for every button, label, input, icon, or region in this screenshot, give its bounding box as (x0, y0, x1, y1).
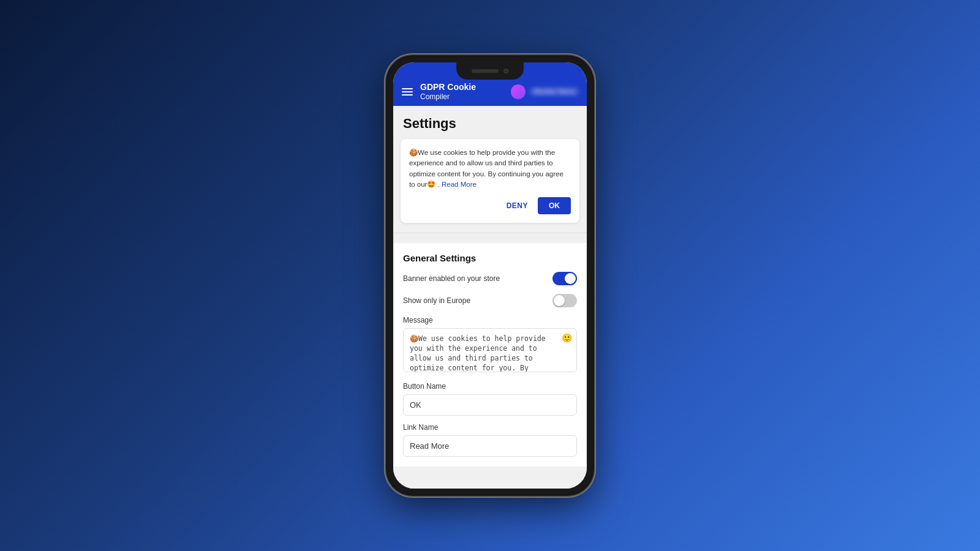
toggle-knob-europe (554, 295, 565, 306)
phone-notch (456, 62, 524, 80)
banner-enabled-row: Banner enabled on your store (403, 272, 577, 285)
cookie-message-text: 🍪We use cookies to help provide you with… (409, 148, 571, 190)
deny-button[interactable]: DENY (502, 198, 533, 214)
section-divider (393, 233, 587, 233)
general-settings-section: General Settings Banner enabled on your … (393, 243, 587, 467)
page-title: Settings (403, 116, 577, 132)
app-title-sub: Compiler (420, 92, 505, 101)
general-settings-title: General Settings (403, 253, 577, 263)
emoji-picker-icon[interactable]: 🙂 (562, 333, 572, 343)
settings-heading: Settings (393, 106, 587, 139)
speaker (472, 69, 499, 73)
button-name-input[interactable] (403, 394, 577, 416)
phone-frame: GDPR Cookie Compiler Member Name Setting… (386, 55, 594, 496)
user-info: Member Name (511, 84, 579, 99)
hamburger-icon[interactable] (401, 87, 414, 97)
read-more-link[interactable]: Read More (442, 181, 477, 188)
app-title-main: GDPR Cookie (420, 82, 505, 92)
banner-enabled-toggle[interactable] (552, 272, 577, 285)
button-name-label: Button Name (403, 382, 577, 391)
screen-content[interactable]: Settings 🍪We use cookies to help provide… (393, 106, 587, 489)
show-europe-toggle[interactable] (552, 294, 577, 307)
user-avatar (511, 84, 526, 99)
banner-enabled-label: Banner enabled on your store (403, 274, 500, 283)
link-name-label: Link Name (403, 423, 577, 432)
cookie-banner-card: 🍪We use cookies to help provide you with… (401, 139, 579, 223)
cookie-actions: DENY OK (409, 197, 571, 214)
user-name: Member Name (529, 87, 579, 96)
toggle-knob (565, 273, 576, 284)
message-field-label: Message (403, 316, 577, 324)
ok-button[interactable]: OK (538, 197, 571, 214)
phone-screen: GDPR Cookie Compiler Member Name Setting… (393, 62, 587, 489)
show-europe-row: Show only in Europe (403, 294, 577, 307)
show-europe-label: Show only in Europe (403, 296, 470, 305)
link-name-input[interactable] (403, 435, 577, 457)
camera (503, 69, 508, 73)
message-textarea-wrapper: 🍪We use cookies to help provide you with… (403, 328, 577, 375)
message-textarea[interactable]: 🍪We use cookies to help provide you with… (403, 328, 577, 372)
app-title: GDPR Cookie Compiler (420, 82, 505, 101)
